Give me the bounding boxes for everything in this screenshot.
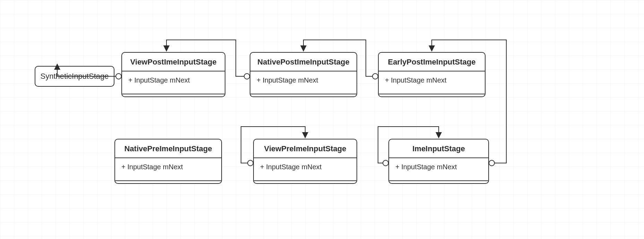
node-synthetic-input-stage: SyntheticInputStage xyxy=(35,66,114,87)
node-attr: + InputStage mNext xyxy=(115,158,221,180)
node-view-post-ime-input-stage: ViewPostImeInputStage + InputStage mNext xyxy=(121,52,225,97)
background-grid xyxy=(0,0,644,239)
node-title: NativePostImeInputStage xyxy=(250,53,357,71)
node-label: SyntheticInputStage xyxy=(41,72,109,81)
node-title: ViewPreImeInputStage xyxy=(254,139,357,158)
node-title: ImeInputStage xyxy=(389,139,488,158)
node-title: NativePreImeInputStage xyxy=(115,139,221,158)
node-title: ViewPostImeInputStage xyxy=(122,53,225,71)
node-attr: + InputStage mNext xyxy=(122,71,225,94)
node-attr: + InputStage mNext xyxy=(389,158,488,180)
node-attr: + InputStage mNext xyxy=(254,158,357,180)
node-title: EarlyPostImeInputStage xyxy=(379,53,485,71)
node-attr: + InputStage mNext xyxy=(379,71,485,94)
node-attr: + InputStage mNext xyxy=(250,71,357,94)
node-native-pre-ime-input-stage: NativePreImeInputStage + InputStage mNex… xyxy=(114,139,222,184)
node-ime-input-stage: ImeInputStage + InputStage mNext xyxy=(388,139,489,184)
node-native-post-ime-input-stage: NativePostImeInputStage + InputStage mNe… xyxy=(250,52,357,97)
node-early-post-ime-input-stage: EarlyPostImeInputStage + InputStage mNex… xyxy=(378,52,486,97)
node-view-pre-ime-input-stage: ViewPreImeInputStage + InputStage mNext xyxy=(253,139,357,184)
